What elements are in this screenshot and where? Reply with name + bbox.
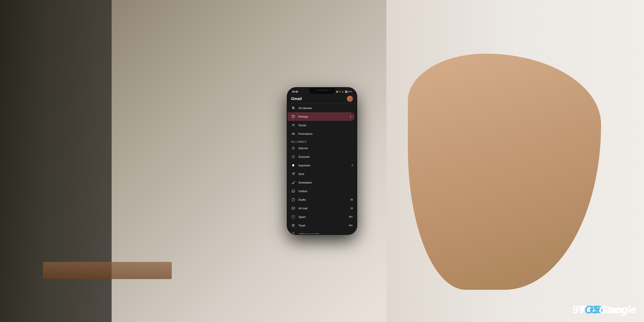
site-watermark: 9TO5Google bbox=[572, 303, 636, 316]
nav-item-sent[interactable]: Sent bbox=[288, 170, 356, 178]
spam-badge: 99+ bbox=[349, 216, 353, 218]
svg-rect-8 bbox=[292, 190, 294, 192]
sent-label: Sent bbox=[298, 172, 353, 176]
spam-label: Spam bbox=[298, 215, 349, 218]
trash-badge: 99+ bbox=[349, 224, 353, 227]
starred-label: Starred bbox=[298, 146, 353, 150]
user-avatar[interactable] bbox=[347, 96, 353, 102]
promotions-icon bbox=[291, 132, 296, 136]
nav-item-promotions[interactable]: Promotions bbox=[288, 130, 356, 138]
all-mail-badge: 16 bbox=[350, 207, 353, 210]
important-icon bbox=[291, 163, 296, 168]
status-time: 10:40 bbox=[292, 90, 298, 93]
all-mail-label: All mail bbox=[298, 207, 350, 210]
svg-point-7 bbox=[292, 183, 293, 184]
alarm-icon: 🔔 bbox=[336, 90, 338, 93]
phone-speaker bbox=[317, 90, 327, 91]
nav-item-spam[interactable]: Spam 99+ bbox=[288, 212, 356, 221]
nav-item-drafts[interactable]: Drafts 26 bbox=[288, 195, 356, 204]
status-icons: 🔔 ⊘ ▲ ▐▐ 97% bbox=[336, 90, 352, 93]
trash-icon bbox=[291, 223, 296, 228]
primary-badge: 1 bbox=[350, 115, 351, 118]
snoozed-icon bbox=[291, 154, 296, 159]
dnd-icon: ⊘ bbox=[339, 90, 341, 93]
outbox-label: Outbox bbox=[298, 190, 353, 193]
svg-rect-9 bbox=[292, 207, 294, 210]
nav-item-outbox[interactable]: Outbox bbox=[288, 187, 356, 195]
avatar-image bbox=[347, 96, 353, 102]
nav-item-scheduled[interactable]: Scheduled bbox=[288, 178, 356, 187]
section-all-labels: ALL LABELS bbox=[288, 138, 356, 144]
nav-item-trash[interactable]: Trash 99+ bbox=[288, 221, 356, 230]
gmail-header: Gmail bbox=[288, 94, 356, 104]
important-label: Important bbox=[298, 164, 352, 167]
all-inboxes-icon bbox=[291, 106, 296, 110]
social-label: Social bbox=[298, 124, 353, 127]
app-title: Gmail bbox=[291, 96, 302, 101]
sent-icon bbox=[291, 172, 296, 176]
important-badge: 2 bbox=[352, 164, 353, 166]
svg-point-2 bbox=[292, 124, 293, 125]
phone-camera bbox=[329, 89, 331, 91]
svg-point-4 bbox=[294, 134, 294, 134]
all-inboxes-label: All inboxes bbox=[298, 106, 353, 110]
nav-item-primary[interactable]: Primary 1 bbox=[288, 112, 355, 121]
adsense-label: AdSense reports bbox=[298, 232, 353, 234]
battery-level: 97% bbox=[348, 90, 352, 93]
all-mail-icon bbox=[291, 206, 296, 210]
svg-rect-0 bbox=[294, 108, 294, 109]
nav-item-all-inboxes[interactable]: All inboxes bbox=[288, 104, 356, 112]
watermark-9t: 9T bbox=[572, 303, 585, 316]
promotions-label: Promotions bbox=[298, 132, 353, 136]
nav-item-starred[interactable]: Starred bbox=[288, 144, 356, 152]
nav-item-adsense[interactable]: AdSense reports bbox=[288, 230, 356, 234]
phone-notch bbox=[309, 88, 335, 94]
starred-icon bbox=[291, 146, 296, 150]
watermark-o5: O5 bbox=[585, 303, 599, 316]
primary-label: Primary bbox=[298, 115, 350, 118]
trash-label: Trash bbox=[298, 224, 349, 227]
primary-icon bbox=[291, 114, 296, 119]
social-icon bbox=[291, 123, 296, 127]
drafts-badge: 26 bbox=[350, 198, 353, 201]
outbox-icon bbox=[291, 189, 296, 193]
spam-icon bbox=[291, 215, 296, 219]
nav-item-all-mail[interactable]: All mail 16 bbox=[288, 204, 356, 212]
background-shelf bbox=[43, 262, 172, 279]
nav-item-social[interactable]: Social bbox=[288, 121, 356, 130]
nav-item-snoozed[interactable]: Snoozed bbox=[288, 152, 356, 161]
snoozed-label: Snoozed bbox=[298, 155, 353, 158]
scheduled-label: Scheduled bbox=[298, 181, 353, 184]
nav-drawer: All inboxes Primary 1 Social bbox=[288, 104, 356, 234]
phone-screen: 10:40 🔔 ⊘ ▲ ▐▐ 97% Gmail A bbox=[288, 88, 356, 234]
nav-item-important[interactable]: Important 2 bbox=[288, 161, 356, 170]
adsense-icon bbox=[291, 232, 296, 234]
svg-rect-1 bbox=[292, 115, 294, 118]
signal-icon: ▐▐ bbox=[344, 90, 347, 93]
wifi-icon: ▲ bbox=[342, 90, 344, 93]
scheduled-icon bbox=[291, 180, 296, 184]
phone-device: 10:40 🔔 ⊘ ▲ ▐▐ 97% Gmail A bbox=[288, 88, 356, 234]
watermark-google: Google bbox=[599, 303, 636, 316]
svg-marker-5 bbox=[292, 146, 294, 150]
drafts-icon bbox=[291, 198, 296, 202]
svg-point-3 bbox=[294, 124, 294, 125]
drafts-label: Drafts bbox=[298, 198, 350, 201]
